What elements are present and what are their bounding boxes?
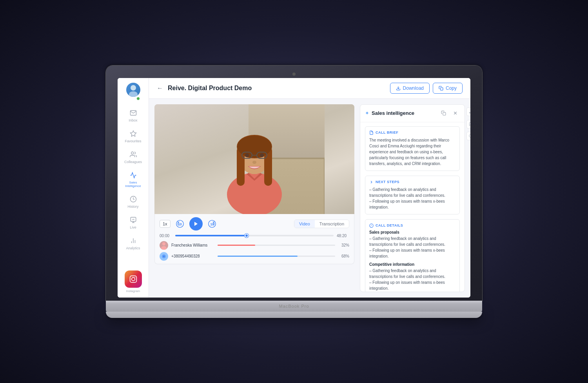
sidebar: Inbox Favourites <box>118 78 149 298</box>
download-button[interactable]: Download <box>390 83 430 94</box>
svg-line-50 <box>469 112 470 113</box>
svg-text:10: 10 <box>210 222 214 226</box>
analytics-icon <box>129 236 138 245</box>
speed-button[interactable]: 1x <box>160 220 171 228</box>
content-area: 1x 10 <box>149 99 470 298</box>
ai-star-icon: ✦ <box>365 110 369 116</box>
svg-point-13 <box>131 277 134 280</box>
side-comment-button[interactable] <box>466 120 470 129</box>
inbox-icon <box>129 109 138 117</box>
speaker-avatar-1 <box>160 241 168 250</box>
next-steps-section: NEXT STEPS – Gathering feedback on analy… <box>365 176 460 214</box>
screen-bezel: Inbox Favourites <box>106 65 482 301</box>
speakers-section: Francheska Williams 32% <box>160 241 349 261</box>
svg-point-28 <box>260 153 264 157</box>
svg-point-39 <box>163 256 165 257</box>
sidebar-item-sales-intelligence[interactable]: SalesIntelligence <box>120 168 147 191</box>
download-icon <box>396 86 401 91</box>
avatar[interactable] <box>126 83 140 97</box>
sales-proposals-text: – Gathering feedback on analytics and tr… <box>369 236 456 259</box>
speaker-bar-1 <box>218 245 335 246</box>
close-panel-button[interactable] <box>450 109 460 118</box>
call-brief-title: CALL BRIEF <box>376 131 398 134</box>
svg-rect-16 <box>440 87 443 90</box>
play-icon <box>193 221 199 227</box>
svg-point-46 <box>469 134 470 138</box>
instagram-widget[interactable]: Instagram <box>125 270 142 293</box>
rewind-button[interactable]: 10 <box>174 218 185 229</box>
svg-point-27 <box>245 153 249 157</box>
call-brief-text: The meeting involved a discussion with M… <box>369 137 456 167</box>
copy-button[interactable]: Copy <box>433 83 463 94</box>
expand-icon <box>469 109 471 114</box>
video-controls: 1x 10 <box>154 214 354 264</box>
copy-icon <box>439 86 443 91</box>
rewind-icon: 10 <box>176 220 184 228</box>
laptop-bottom <box>106 312 482 318</box>
svg-text:10: 10 <box>178 222 182 226</box>
call-details-icon <box>369 223 374 228</box>
sidebar-item-colleagues[interactable]: Colleagues <box>120 147 147 167</box>
competitive-info-label: Competitive information <box>369 262 456 267</box>
sidebar-item-analytics[interactable]: Analytics <box>120 233 147 253</box>
svg-point-14 <box>134 277 135 278</box>
live-icon <box>129 216 138 224</box>
laptop-screen: Inbox Favourites <box>118 78 470 298</box>
panel-header: ✦ Sales intelligence <box>360 105 465 122</box>
app-container: Inbox Favourites <box>118 78 470 298</box>
progress-bar-row: 00:00 48:20 <box>160 234 349 238</box>
video-person <box>200 104 309 214</box>
history-icon <box>129 195 138 203</box>
call-brief-header: CALL BRIEF <box>369 131 456 135</box>
sidebar-item-favourites[interactable]: Favourites <box>120 126 147 146</box>
next-steps-icon <box>369 180 374 184</box>
info-icon <box>469 134 471 138</box>
expand-button[interactable] <box>466 107 470 116</box>
main-content: ← Reive. Digital Product Demo Download <box>149 78 470 298</box>
svg-marker-0 <box>130 131 136 136</box>
video-tabs: Video Transcription <box>294 220 349 228</box>
call-details-section: CALL DETAILS Sales proposals – Gathering… <box>365 219 460 292</box>
sales-icon <box>129 171 138 180</box>
tab-video[interactable]: Video <box>294 220 315 228</box>
play-button[interactable] <box>189 217 203 231</box>
speaker-avatar-2 <box>160 252 168 261</box>
speaker-pct-1: 32% <box>338 243 349 247</box>
sidebar-item-live[interactable]: Live <box>120 212 147 232</box>
progress-track[interactable] <box>175 235 334 236</box>
sidebar-item-history[interactable]: History <box>120 192 147 212</box>
next-steps-title: NEXT STEPS <box>376 180 399 184</box>
progress-section: 00:00 48:20 <box>160 234 349 238</box>
star-icon <box>129 129 138 138</box>
forward-button[interactable]: 10 <box>207 218 218 229</box>
instagram-icon <box>125 270 142 288</box>
comment-icon <box>469 122 471 126</box>
current-time: 00:00 <box>160 234 172 238</box>
svg-point-1 <box>131 152 133 154</box>
svg-point-29 <box>252 161 256 164</box>
svg-marker-32 <box>194 221 198 226</box>
back-button[interactable]: ← <box>157 85 163 92</box>
tab-transcription[interactable]: Transcription <box>315 220 349 228</box>
call-brief-section: CALL BRIEF The meeting involved a discus… <box>365 126 460 171</box>
next-steps-text: – Gathering feedback on analytics and tr… <box>369 187 456 210</box>
header-actions: Download Copy <box>390 83 463 94</box>
copy-panel-button[interactable] <box>439 109 448 118</box>
call-brief-icon <box>369 131 374 135</box>
sidebar-item-inbox[interactable]: Inbox <box>120 105 147 125</box>
call-details-title: CALL DETAILS <box>376 223 403 227</box>
sales-panel: ✦ Sales intelligence <box>360 104 465 292</box>
sales-proposals-label: Sales proposals <box>369 230 456 234</box>
competitive-info-text: – Gathering feedback on analytics and tr… <box>369 268 456 291</box>
panel-body: CALL BRIEF The meeting involved a discus… <box>360 122 465 292</box>
side-info-button[interactable] <box>466 132 470 140</box>
controls-row: 1x 10 <box>160 217 349 231</box>
speaker-row-2: +380954490328 68% <box>160 252 349 261</box>
speaker-pct-2: 68% <box>338 254 349 258</box>
page-title: Reive. Digital Product Demo <box>168 85 385 92</box>
speaker-name-2: +380954490328 <box>171 254 214 258</box>
video-player[interactable] <box>154 104 354 214</box>
header: ← Reive. Digital Product Demo Download <box>149 78 470 99</box>
camera <box>292 73 296 76</box>
next-steps-header: NEXT STEPS <box>369 180 456 184</box>
